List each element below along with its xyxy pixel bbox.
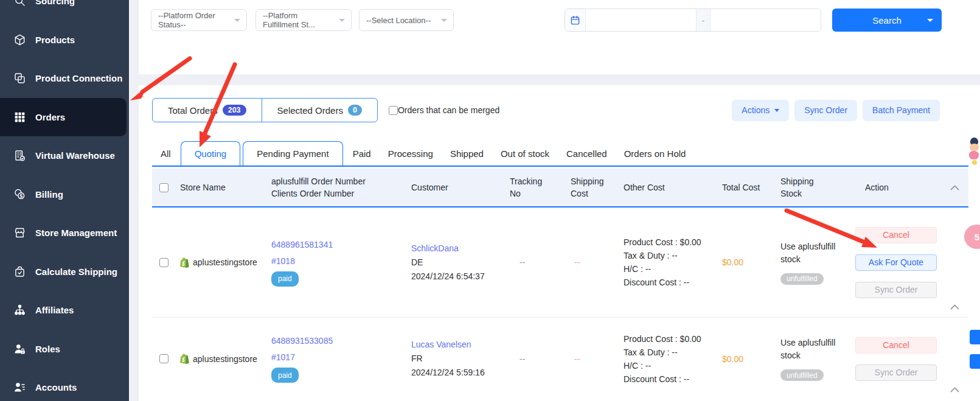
selected-orders-label: Selected Orders xyxy=(277,105,343,116)
tab-quoting[interactable]: Quoting xyxy=(181,141,241,166)
store-cell: aplustestingstore xyxy=(175,257,266,268)
sidebar-item-label: Products xyxy=(35,35,75,45)
sidebar-item-products[interactable]: Products xyxy=(0,21,129,60)
orders-toolbar: Total Orders 203 Selected Orders 0 Order… xyxy=(152,97,940,123)
tab-all[interactable]: All xyxy=(152,142,179,166)
tab-processing[interactable]: Processing xyxy=(380,142,442,166)
orders-count-toggle: Total Orders 203 Selected Orders 0 xyxy=(152,98,378,122)
filter-panel: --Platform Order Status-- --Platform Ful… xyxy=(139,0,968,74)
sidebar: Sourcing Products Product Connection Ord… xyxy=(0,0,129,401)
mascot-widget[interactable] xyxy=(969,138,980,167)
sidebar-item-store-management[interactable]: Store Management xyxy=(0,214,129,253)
sidebar-item-label: Virtual Warehouse xyxy=(35,150,115,161)
store-name: aplustestingstore xyxy=(193,257,257,267)
product-cost: Product Cost : $0.00 xyxy=(624,332,715,346)
customer-link[interactable]: Lucas Vanelsen xyxy=(411,340,471,349)
tab-cancelled[interactable]: Cancelled xyxy=(558,142,616,166)
table-row: aplustestingstore 6488961581341 #1018 pa… xyxy=(152,207,968,317)
handling-cost: H/C : -- xyxy=(624,262,715,276)
selected-orders-badge: 0 xyxy=(348,105,362,116)
header-shipping-cost: Shipping Cost xyxy=(561,175,619,200)
sync-order-row-button[interactable]: Sync Order xyxy=(855,364,937,381)
ask-for-quote-button[interactable]: Ask For Quote xyxy=(855,254,937,271)
sidebar-item-orders[interactable]: Orders xyxy=(0,98,127,137)
order-number-link[interactable]: 6488931533085 xyxy=(271,336,333,346)
bag-check-icon xyxy=(13,265,26,278)
total-orders-label: Total Orders xyxy=(168,105,218,116)
platform-order-status-select[interactable]: --Platform Order Status-- xyxy=(151,9,247,31)
sidebar-item-calculate-shipping[interactable]: Calculate Shipping xyxy=(0,253,129,291)
search-icon xyxy=(13,0,26,7)
actions-label: Actions xyxy=(742,105,770,115)
background-strip xyxy=(129,74,980,85)
status-tabs: All Quoting Pending Payment Paid Process… xyxy=(152,141,968,167)
search-button-label: Search xyxy=(872,15,902,26)
platform-fulfillment-status-select[interactable]: --Platform Fulfillment St... xyxy=(255,9,352,31)
client-order-link[interactable]: #1018 xyxy=(271,256,295,266)
sidebar-item-product-connection[interactable]: Product Connection xyxy=(0,59,129,98)
sidebar-item-virtual-warehouse[interactable]: Virtual Warehouse xyxy=(0,136,129,175)
header-tracking-no: Tracking No xyxy=(505,175,561,200)
payment-status-badge: paid xyxy=(271,271,299,287)
tab-shipped[interactable]: Shipped xyxy=(442,142,492,166)
tab-pending-payment[interactable]: Pending Payment xyxy=(243,141,342,166)
sidebar-item-billing[interactable]: $ Billing xyxy=(0,175,129,214)
shipping-cost-value: -- xyxy=(561,354,619,364)
notification-count: 5 xyxy=(975,232,979,242)
fulfillment-status-badge: unfulfilled xyxy=(780,369,824,381)
select-all-checkbox[interactable] xyxy=(159,183,169,192)
total-cost-value: $0.00 xyxy=(715,354,776,364)
mascot-face xyxy=(970,144,979,151)
search-button[interactable]: Search xyxy=(832,9,942,32)
date-range-picker[interactable]: - xyxy=(565,9,821,32)
selected-orders-button[interactable]: Selected Orders 0 xyxy=(262,99,377,122)
sidebar-item-accounts[interactable]: Accounts xyxy=(0,368,129,401)
header-order-number: aplusfulfill Order Number Clients Order … xyxy=(266,175,401,200)
tab-orders-on-hold[interactable]: Orders on Hold xyxy=(616,142,695,166)
customer-link[interactable]: SchlickDana xyxy=(411,243,459,253)
merge-orders-checkbox[interactable] xyxy=(389,106,398,115)
shipping-stock-cell: Use aplusfulfill stock unfulfilled xyxy=(776,336,852,381)
background-strip xyxy=(129,0,139,401)
collapse-all-icon[interactable] xyxy=(950,185,959,190)
sidebar-item-roles[interactable]: Roles xyxy=(0,330,129,369)
cancel-button[interactable]: Cancel xyxy=(855,227,937,243)
other-cost-cell: Product Cost : $0.00 Tax & Duty : -- H/C… xyxy=(619,332,715,386)
collapse-row-icon[interactable] xyxy=(950,387,959,392)
shopify-icon xyxy=(180,354,189,364)
date-start-input[interactable] xyxy=(586,9,696,31)
sidebar-item-affiliates[interactable]: Affiliates xyxy=(0,291,129,330)
edge-button-top[interactable] xyxy=(970,330,980,344)
client-order-link[interactable]: #1017 xyxy=(271,352,295,362)
location-select[interactable]: --Select Location-- xyxy=(359,9,454,31)
sidebar-item-label: Affiliates xyxy=(35,305,74,315)
sync-order-button[interactable]: Sync Order xyxy=(794,100,857,121)
sidebar-item-sourcing[interactable]: Sourcing xyxy=(0,0,129,21)
date-end-input[interactable] xyxy=(711,9,821,31)
header-shipping-stock: Shipping Stock xyxy=(776,175,852,200)
cancel-button[interactable]: Cancel xyxy=(855,337,937,354)
customer-country: DE xyxy=(411,256,505,270)
collapse-row-icon[interactable] xyxy=(950,304,959,310)
tab-paid[interactable]: Paid xyxy=(344,142,380,166)
tab-out-of-stock[interactable]: Out of stock xyxy=(492,142,558,166)
store-cell: aplustestingstore xyxy=(175,354,266,364)
row-checkbox[interactable] xyxy=(159,354,169,363)
sync-order-row-button[interactable]: Sync Order xyxy=(855,282,937,298)
actions-dropdown-button[interactable]: Actions xyxy=(732,100,789,121)
payment-status-badge: paid xyxy=(271,368,299,383)
stock-source: Use aplusfulfill stock xyxy=(780,336,844,362)
header-total-cost: Total Cost xyxy=(715,181,776,194)
action-cell: Cancel Sync Order xyxy=(852,337,940,381)
header-other-cost: Other Cost xyxy=(619,181,715,194)
row-checkbox[interactable] xyxy=(159,258,169,267)
edge-button-bottom[interactable] xyxy=(970,354,980,369)
warehouse-icon xyxy=(13,149,26,162)
mascot-body xyxy=(969,151,979,159)
batch-payment-button[interactable]: Batch Payment xyxy=(863,100,940,121)
total-cost-value: $0.00 xyxy=(715,257,776,267)
order-number-link[interactable]: 6488961581341 xyxy=(271,240,333,249)
batch-payment-label: Batch Payment xyxy=(872,105,930,115)
total-orders-button[interactable]: Total Orders 203 xyxy=(153,99,262,122)
store-name: aplustestingstore xyxy=(193,354,257,364)
